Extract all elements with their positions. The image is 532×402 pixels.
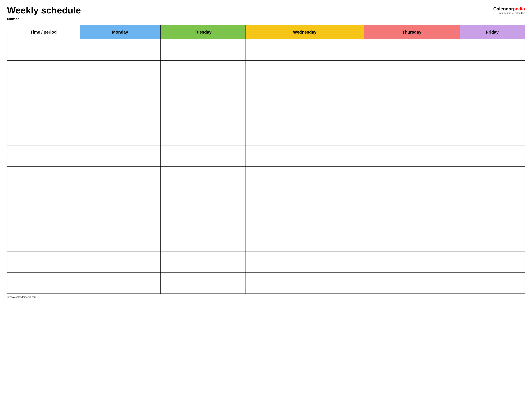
header-wednesday: Wednesday	[246, 25, 364, 39]
header-time: Time / period	[7, 25, 80, 39]
table-cell[interactable]	[246, 209, 364, 230]
table-cell[interactable]	[246, 272, 364, 294]
table-cell[interactable]	[460, 188, 525, 209]
table-cell[interactable]	[160, 82, 246, 103]
table-cell[interactable]	[7, 251, 80, 272]
header-monday: Monday	[80, 25, 160, 39]
logo-calendar: Calendar	[493, 6, 513, 12]
table-cell[interactable]	[460, 145, 525, 166]
table-cell[interactable]	[160, 145, 246, 166]
table-row	[7, 82, 525, 103]
table-cell[interactable]	[80, 82, 160, 103]
table-cell[interactable]	[460, 209, 525, 230]
table-cell[interactable]	[246, 82, 364, 103]
table-cell[interactable]	[364, 39, 460, 60]
table-cell[interactable]	[460, 230, 525, 251]
table-cell[interactable]	[160, 166, 246, 188]
table-cell[interactable]	[160, 209, 246, 230]
logo-tagline: Your source for calendars	[499, 12, 525, 14]
table-row	[7, 60, 525, 82]
table-cell[interactable]	[246, 60, 364, 82]
table-cell[interactable]	[160, 188, 246, 209]
logo-text: Calendarpedia	[493, 6, 525, 12]
table-cell[interactable]	[80, 166, 160, 188]
table-cell[interactable]	[460, 39, 525, 60]
table-cell[interactable]	[80, 103, 160, 124]
copyright-text: © www.calendarpedia.com	[7, 296, 36, 298]
table-cell[interactable]	[460, 103, 525, 124]
table-cell[interactable]	[364, 166, 460, 188]
table-cell[interactable]	[160, 103, 246, 124]
table-cell[interactable]	[364, 124, 460, 145]
table-cell[interactable]	[80, 209, 160, 230]
table-cell[interactable]	[80, 230, 160, 251]
table-cell[interactable]	[246, 251, 364, 272]
table-cell[interactable]	[7, 166, 80, 188]
table-cell[interactable]	[246, 188, 364, 209]
table-cell[interactable]	[160, 39, 246, 60]
table-row	[7, 188, 525, 209]
table-cell[interactable]	[246, 103, 364, 124]
name-label: Name:	[7, 17, 81, 21]
table-cell[interactable]	[160, 124, 246, 145]
page-header: Weekly schedule Name: Calendarpedia Your…	[7, 5, 525, 21]
table-cell[interactable]	[160, 272, 246, 294]
table-cell[interactable]	[80, 272, 160, 294]
table-row	[7, 272, 525, 294]
table-cell[interactable]	[246, 145, 364, 166]
table-cell[interactable]	[7, 39, 80, 60]
header-friday: Friday	[460, 25, 525, 39]
table-cell[interactable]	[80, 39, 160, 60]
table-cell[interactable]	[364, 209, 460, 230]
table-cell[interactable]	[7, 230, 80, 251]
table-cell[interactable]	[160, 251, 246, 272]
table-row	[7, 209, 525, 230]
table-cell[interactable]	[246, 39, 364, 60]
table-cell[interactable]	[364, 272, 460, 294]
table-cell[interactable]	[364, 82, 460, 103]
table-cell[interactable]	[364, 230, 460, 251]
table-cell[interactable]	[7, 272, 80, 294]
logo-section: Calendarpedia Your source for calendars	[493, 6, 525, 14]
table-cell[interactable]	[460, 272, 525, 294]
table-cell[interactable]	[160, 60, 246, 82]
table-cell[interactable]	[460, 82, 525, 103]
table-cell[interactable]	[80, 124, 160, 145]
table-cell[interactable]	[460, 124, 525, 145]
table-row	[7, 251, 525, 272]
table-row	[7, 166, 525, 188]
table-cell[interactable]	[7, 124, 80, 145]
table-cell[interactable]	[160, 230, 246, 251]
table-cell[interactable]	[364, 188, 460, 209]
table-cell[interactable]	[80, 188, 160, 209]
table-cell[interactable]	[460, 166, 525, 188]
table-cell[interactable]	[80, 251, 160, 272]
table-row	[7, 124, 525, 145]
logo-pedia: pedia	[513, 6, 525, 12]
table-cell[interactable]	[246, 124, 364, 145]
header-tuesday: Tuesday	[160, 25, 246, 39]
table-row	[7, 145, 525, 166]
table-cell[interactable]	[7, 209, 80, 230]
table-row	[7, 103, 525, 124]
table-cell[interactable]	[364, 145, 460, 166]
table-cell[interactable]	[80, 145, 160, 166]
table-cell[interactable]	[80, 60, 160, 82]
table-cell[interactable]	[364, 103, 460, 124]
table-header-row: Time / period Monday Tuesday Wednesday T…	[7, 25, 525, 39]
table-cell[interactable]	[364, 60, 460, 82]
table-cell[interactable]	[7, 60, 80, 82]
header-thursday: Thursday	[364, 25, 460, 39]
table-cell[interactable]	[7, 103, 80, 124]
table-cell[interactable]	[7, 82, 80, 103]
table-row	[7, 230, 525, 251]
table-cell[interactable]	[460, 60, 525, 82]
page-title: Weekly schedule	[7, 5, 81, 15]
table-cell[interactable]	[246, 230, 364, 251]
table-cell[interactable]	[364, 251, 460, 272]
table-cell[interactable]	[7, 145, 80, 166]
table-cell[interactable]	[7, 188, 80, 209]
table-cell[interactable]	[460, 251, 525, 272]
table-cell[interactable]	[246, 166, 364, 188]
schedule-table: Time / period Monday Tuesday Wednesday T…	[7, 25, 525, 294]
